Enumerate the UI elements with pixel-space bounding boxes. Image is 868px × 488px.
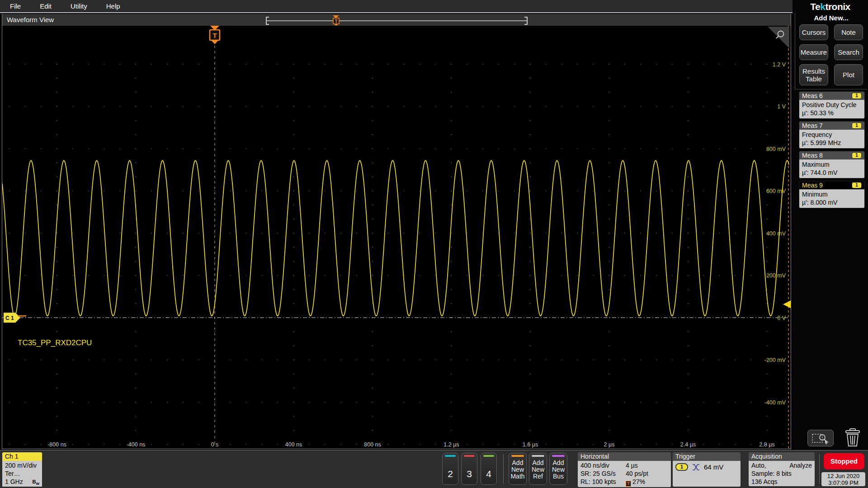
- meas-8-title: Meas 8: [802, 152, 823, 159]
- meas-7-card[interactable]: Meas 7 1 Frequency µ': 5.999 MHz: [799, 121, 865, 149]
- results-table-button[interactable]: Results Table: [799, 64, 828, 85]
- trace-label: TC35_PP_RXD2CPU: [18, 338, 92, 347]
- meas-9-value: µ': 8.000 mV: [802, 198, 862, 206]
- channel3-button[interactable]: 3: [461, 453, 477, 485]
- datetime-display[interactable]: 12 Jun 2020 3:07:09 PM: [821, 472, 865, 486]
- voltage-axis-labels: 1.2 V1 V800 mV600 mV400 mV200 mV0 V-200 …: [764, 61, 786, 406]
- add-new-bus-button[interactable]: Add New Bus: [549, 453, 567, 485]
- meas-7-title: Meas 7: [802, 122, 823, 129]
- meas-6-card[interactable]: Meas 6 1 Positive Duty Cycle µ': 50.33 %: [799, 91, 865, 119]
- trigger-position-icon: T: [626, 481, 631, 487]
- graticule-dots: [9, 64, 783, 445]
- svg-text:400 ns: 400 ns: [285, 441, 302, 448]
- meas-9-title: Meas 9: [802, 182, 823, 189]
- meas-8-kind: Maximum: [802, 160, 862, 169]
- ref-color-stripe: [532, 455, 544, 457]
- measurement-results-list: Meas 6 1 Positive Duty Cycle µ': 50.33 %…: [799, 91, 865, 211]
- horizontal-card-header: Horizontal: [578, 452, 671, 461]
- meas-6-source-badge: 1: [852, 93, 862, 99]
- zoom-corner-button[interactable]: [768, 27, 789, 48]
- svg-text:400 mV: 400 mV: [766, 230, 786, 237]
- meas-9-source-badge: 1: [852, 182, 862, 188]
- channel1-settings-card[interactable]: Ch 1 200 mV/div Ter… 1 GHz BW: [2, 452, 42, 488]
- acquisition-settings-card[interactable]: Acquisition Auto,Analyze Sample: 8 bits …: [749, 452, 815, 486]
- meas-7-kind: Frequency: [802, 131, 862, 139]
- add-new-label: Add New...: [795, 13, 867, 24]
- note-button[interactable]: Note: [834, 24, 863, 40]
- add-new-ref-button[interactable]: Add New Ref: [529, 453, 547, 485]
- add-new-panel: Add New... Cursors Note Measure Search R…: [795, 13, 867, 89]
- menu-utility[interactable]: Utility: [71, 2, 87, 10]
- channel4-button[interactable]: 4: [481, 453, 497, 485]
- run-stop-status-button[interactable]: Stopped: [824, 453, 864, 469]
- meas-6-kind: Positive Duty Cycle: [802, 101, 862, 109]
- menu-bar: File Edit Utility Help: [0, 0, 793, 13]
- acquisition-card-header: Acquisition: [749, 452, 815, 461]
- waveform-view-pane: Waveform View T 1.2 V1 V800 mV600 mV: [2, 14, 791, 449]
- channel2-color-stripe: [445, 455, 456, 457]
- time-value: 3:07:09 PM: [821, 479, 865, 486]
- divider: [503, 454, 504, 484]
- trigger-bottom-triangle: [212, 41, 218, 44]
- add-new-button-grid: Cursors Note Measure Search Results Tabl…: [795, 24, 867, 85]
- trigger-marker-top-triangle: [333, 15, 339, 18]
- svg-text:-200 mV: -200 mV: [764, 357, 786, 363]
- svg-text:-400 mV: -400 mV: [764, 399, 786, 406]
- add-new-math-button[interactable]: Add New Math: [509, 453, 527, 485]
- bus-color-stripe: [552, 455, 565, 457]
- svg-text:800 ns: 800 ns: [364, 441, 381, 448]
- waveform-plot-area[interactable]: 1.2 V1 V800 mV600 mV400 mV200 mV0 V-200 …: [2, 26, 791, 448]
- box-zoom-button[interactable]: [807, 430, 834, 446]
- svg-text:1.2 V: 1.2 V: [773, 61, 786, 68]
- horizontal-settings-card[interactable]: Horizontal 400 ns/div4 µs SR: 25 GS/s40 …: [578, 452, 671, 487]
- time-axis-labels: -800 ns-400 ns0 s400 ns800 ns1.2 µs1.6 µ…: [47, 441, 775, 448]
- divider: [819, 454, 820, 484]
- svg-text:0 s: 0 s: [211, 441, 219, 448]
- channel4-color-stripe: [483, 455, 494, 457]
- plot-button[interactable]: Plot: [834, 64, 863, 85]
- menu-file[interactable]: File: [10, 2, 21, 10]
- channel1-scale: 200 mV/div: [5, 461, 39, 469]
- meas-8-card[interactable]: Meas 8 1 Maximum µ': 744.0 mV: [799, 151, 865, 178]
- channel1-bandwidth: 1 GHz: [5, 478, 23, 485]
- menu-help[interactable]: Help: [106, 2, 120, 10]
- channel2-button[interactable]: 2: [442, 453, 458, 485]
- waveform-view-titlebar: Waveform View T: [2, 14, 791, 26]
- record-view-trigger-marker[interactable]: T: [333, 15, 339, 26]
- meas-6-title: Meas 6: [802, 92, 823, 99]
- meas-7-source-badge: 1: [852, 122, 862, 129]
- trigger-marker-label: T: [335, 19, 337, 24]
- trigger-box-label: T: [212, 32, 217, 39]
- svg-text:-400 ns: -400 ns: [127, 441, 146, 448]
- tekscope-app: File Edit Utility Help Waveform View T: [0, 0, 868, 488]
- channel1-card-header: Ch 1: [2, 452, 42, 461]
- tektronix-logo: Tektronix: [793, 0, 868, 12]
- meas-8-value: µ': 744.0 mV: [802, 169, 862, 177]
- channel1-termination: Ter…: [5, 469, 39, 478]
- svg-text:1.6 µs: 1.6 µs: [523, 441, 538, 448]
- trigger-level-value: 64 mV: [704, 463, 723, 471]
- trigger-position-marker[interactable]: T: [210, 26, 220, 44]
- menu-edit[interactable]: Edit: [40, 2, 52, 10]
- svg-text:-800 ns: -800 ns: [47, 441, 66, 448]
- meas-7-value: µ': 5.999 MHz: [802, 139, 862, 147]
- measure-button[interactable]: Measure: [799, 44, 828, 60]
- svg-text:2 µs: 2 µs: [604, 441, 615, 448]
- trigger-settings-card[interactable]: Trigger 1 64 mV: [673, 452, 741, 487]
- box-zoom-icon: [811, 432, 830, 444]
- record-view-bar[interactable]: T: [263, 14, 534, 26]
- trigger-card-header: Trigger: [673, 452, 741, 461]
- results-sidebar: Tektronix Add New... Cursors Note Measur…: [793, 0, 868, 450]
- trash-button[interactable]: [843, 427, 863, 448]
- cursors-button[interactable]: Cursors: [799, 24, 828, 40]
- search-button[interactable]: Search: [834, 44, 863, 60]
- channel1-selected-tick: [18, 315, 26, 317]
- svg-text:800 mV: 800 mV: [766, 146, 786, 152]
- meas-9-card[interactable]: Meas 9 1 Minimum µ': 8.000 mV: [799, 181, 865, 208]
- svg-text:1.2 µs: 1.2 µs: [443, 441, 459, 448]
- waveform-view-title: Waveform View: [7, 16, 54, 23]
- svg-text:0 V: 0 V: [777, 315, 786, 321]
- bandwidth-limit-icon: BW: [32, 478, 39, 488]
- svg-text:1 V: 1 V: [777, 103, 786, 110]
- trigger-level-arrow[interactable]: [783, 300, 791, 308]
